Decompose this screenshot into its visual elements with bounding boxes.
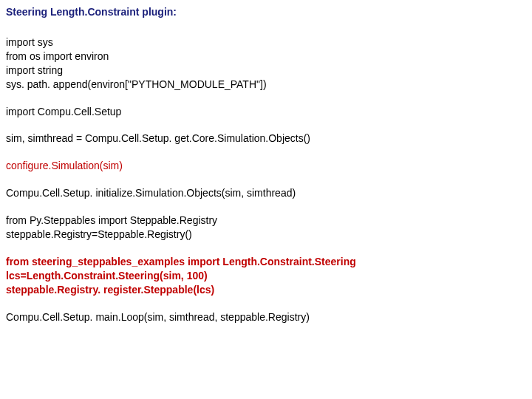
- code-block-2: import Compu.Cell.Setup: [6, 105, 526, 119]
- code-line: Compu.Cell.Setup. initialize.Simulation.…: [6, 186, 526, 200]
- code-line: Compu.Cell.Setup. main.Loop(sim, simthre…: [6, 310, 526, 324]
- code-block-6: from Py.Steppables import Steppable.Regi…: [6, 214, 526, 242]
- code-block-7: from steering_steppables_examples import…: [6, 255, 526, 297]
- page-title: Steering Length.Constraint plugin:: [6, 6, 526, 18]
- code-line: from steering_steppables_examples import…: [6, 255, 526, 269]
- code-line: import string: [6, 64, 526, 78]
- code-line: steppable.Registry. register.Steppable(l…: [6, 283, 526, 297]
- code-line: import Compu.Cell.Setup: [6, 105, 526, 119]
- code-line: from os import environ: [6, 50, 526, 64]
- code-block-1: import sys from os import environ import…: [6, 35, 526, 92]
- code-line: from Py.Steppables import Steppable.Regi…: [6, 214, 526, 228]
- code-line: import sys: [6, 35, 526, 50]
- code-block-8: Compu.Cell.Setup. main.Loop(sim, simthre…: [6, 310, 526, 324]
- code-block-3: sim, simthread = Compu.Cell.Setup. get.C…: [6, 132, 526, 146]
- code-line: sys. path. append(environ["PYTHON_MODULE…: [6, 78, 526, 92]
- code-block-4: configure.Simulation(sim): [6, 159, 526, 173]
- code-line: steppable.Registry=Steppable.Registry(): [6, 228, 526, 242]
- code-block-5: Compu.Cell.Setup. initialize.Simulation.…: [6, 186, 526, 200]
- code-line: lcs=Length.Constraint.Steering(sim, 100): [6, 269, 526, 283]
- code-line: configure.Simulation(sim): [6, 159, 526, 173]
- code-line: sim, simthread = Compu.Cell.Setup. get.C…: [6, 132, 526, 146]
